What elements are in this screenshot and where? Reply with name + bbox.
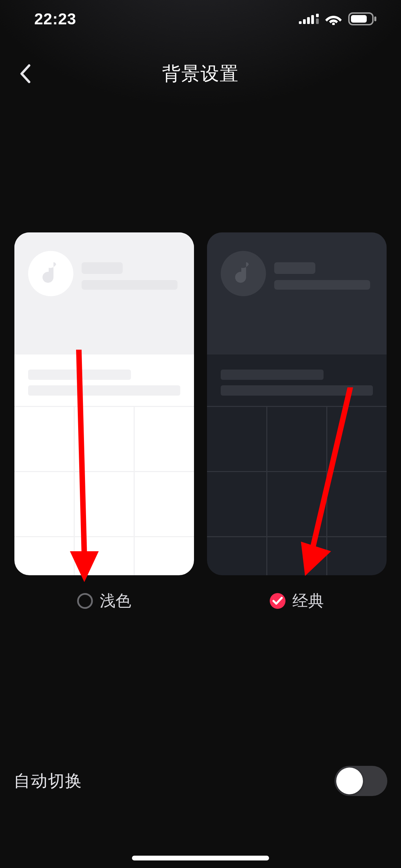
svg-rect-8	[351, 15, 367, 23]
radio-unchecked-icon	[77, 593, 93, 609]
svg-rect-2	[307, 17, 310, 24]
theme-option-light[interactable]: 浅色	[14, 232, 194, 612]
svg-point-6	[332, 23, 335, 25]
chevron-left-icon	[19, 63, 31, 84]
svg-rect-0	[299, 21, 302, 24]
checkmark-icon	[272, 597, 283, 605]
svg-rect-1	[303, 19, 306, 24]
wifi-icon	[325, 13, 342, 25]
page-title: 背景设置	[162, 61, 239, 86]
home-indicator[interactable]	[132, 856, 269, 860]
auto-switch-toggle[interactable]	[335, 766, 387, 796]
theme-classic-label: 经典	[292, 590, 324, 612]
theme-options: 浅色	[14, 232, 387, 612]
theme-light-label: 浅色	[100, 590, 131, 612]
status-bar: 22:23	[0, 0, 401, 38]
theme-preview-light	[14, 232, 194, 575]
theme-preview-classic	[207, 232, 387, 575]
radio-checked-icon	[270, 593, 285, 609]
theme-light-radio-row[interactable]: 浅色	[77, 590, 131, 612]
svg-rect-5	[316, 19, 319, 24]
cellular-icon	[299, 14, 319, 24]
music-note-icon	[28, 251, 73, 296]
auto-switch-label: 自动切换	[14, 770, 82, 792]
svg-rect-9	[374, 16, 376, 21]
auto-switch-row: 自动切换	[14, 766, 387, 796]
theme-option-classic[interactable]: 经典	[207, 232, 387, 612]
status-icons	[299, 12, 377, 25]
status-time: 22:23	[34, 10, 76, 28]
svg-rect-4	[316, 14, 319, 17]
toggle-knob	[336, 768, 363, 794]
svg-rect-3	[311, 15, 314, 24]
back-button[interactable]	[13, 62, 37, 86]
nav-bar: 背景设置	[0, 55, 401, 93]
battery-icon	[348, 12, 377, 25]
music-note-icon	[221, 251, 266, 296]
theme-classic-radio-row[interactable]: 经典	[270, 590, 324, 612]
